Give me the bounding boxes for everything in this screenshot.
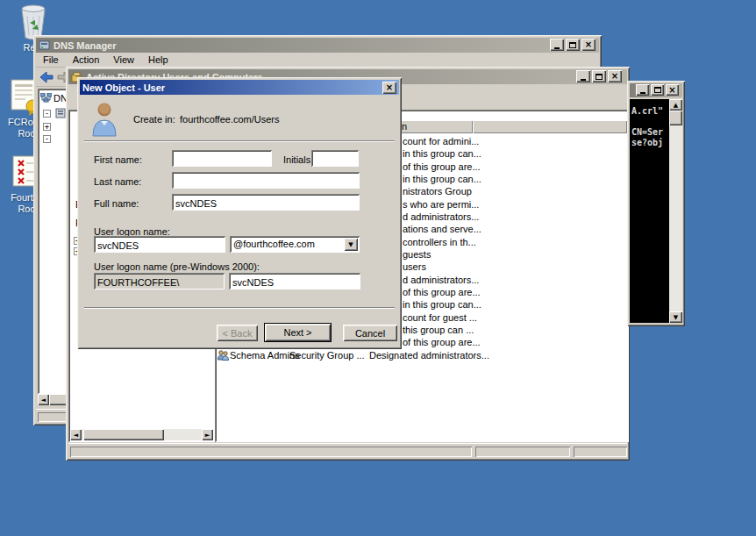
next-button[interactable]: Next > xyxy=(264,323,332,342)
status-cell xyxy=(574,447,627,457)
back-button[interactable]: < Back xyxy=(217,325,258,341)
row-description-fragment: of this group are... xyxy=(403,287,481,297)
ad-window-controls: × xyxy=(576,70,622,82)
tree-collapse-toggle[interactable]: - xyxy=(43,135,51,143)
dns-root-icon xyxy=(40,93,52,103)
scrollbar-thumb[interactable] xyxy=(83,429,164,440)
minimize-button[interactable] xyxy=(550,39,564,51)
dns-titlebar[interactable]: DNS Manager xyxy=(36,38,599,53)
dialog-title: New Object - User xyxy=(82,82,165,93)
row-description-fragment: nistrators Group xyxy=(403,186,472,197)
close-icon[interactable]: × xyxy=(382,82,396,94)
dns-menubar: File Action View Help xyxy=(36,53,599,68)
divider xyxy=(84,307,395,309)
logon-domain-combobox[interactable]: @fourthcoffee.com ▼ xyxy=(230,236,360,253)
dns-app-icon xyxy=(39,39,50,51)
scroll-right-arrow[interactable]: ► xyxy=(202,429,213,440)
list-row-schema-admins[interactable]: Schema Admins Security Group ... Designa… xyxy=(215,350,629,362)
initials-field[interactable] xyxy=(311,150,359,167)
row-description-fragment: users xyxy=(403,261,426,272)
server-icon xyxy=(55,108,66,118)
last-name-label: Last name: xyxy=(94,176,141,187)
scroll-down-arrow[interactable]: ▼ xyxy=(669,311,682,323)
scroll-left-arrow[interactable]: ◄ xyxy=(38,394,49,405)
pre-windows-2000-label: User logon name (pre-Windows 2000): xyxy=(94,261,260,272)
dialog-titlebar[interactable]: New Object - User xyxy=(80,80,399,95)
divider xyxy=(84,140,395,142)
close-button[interactable]: × xyxy=(581,39,596,51)
row-description-fragment: s who are permi... xyxy=(403,199,479,210)
scrollbar-thumb[interactable] xyxy=(669,111,682,125)
row-description-fragment: count for guest ... xyxy=(403,312,477,323)
dns-window-controls: × xyxy=(550,39,596,51)
close-button[interactable]: × xyxy=(608,70,622,82)
initials-label: Initials: xyxy=(283,154,313,165)
row-description: Designated administrators... xyxy=(369,350,489,361)
tree-collapse-toggle[interactable]: - xyxy=(43,110,51,118)
chevron-down-icon: ▼ xyxy=(348,241,353,248)
pre2000-domain-field[interactable] xyxy=(94,273,225,289)
console-vertical-scrollbar[interactable]: ▲ ▼ xyxy=(669,99,682,323)
maximize-button[interactable] xyxy=(592,70,606,82)
create-in-value: fourthcoffee.com/Users xyxy=(180,114,280,125)
last-name-field[interactable] xyxy=(172,172,360,189)
row-description-fragment: ations and serve... xyxy=(403,224,481,234)
create-in-label: Create in: xyxy=(133,114,175,125)
pre2000-logon-field[interactable] xyxy=(229,273,360,289)
row-description-fragment: of this group are... xyxy=(403,337,481,347)
console-line: CN=Ser xyxy=(631,127,663,138)
row-description-fragment: in this group can... xyxy=(403,174,481,184)
row-description-fragment: count for admini... xyxy=(403,136,479,147)
console-output: A.crl" CN=Ser se?obj ▲ ▼ xyxy=(630,99,682,323)
console-window-controls: × xyxy=(636,84,679,96)
console-window: × A.crl" CN=Ser se?obj ▲ ▼ xyxy=(627,81,685,326)
security-group-icon xyxy=(218,350,229,361)
row-description-fragment: of this group are... xyxy=(403,161,481,172)
full-name-label: Full name: xyxy=(94,198,139,209)
maximize-button[interactable] xyxy=(651,84,664,96)
menu-view[interactable]: View xyxy=(106,53,141,67)
row-description-fragment: this group can ... xyxy=(403,325,474,335)
close-button[interactable]: × xyxy=(666,84,679,96)
cancel-button[interactable]: Cancel xyxy=(343,325,397,341)
ad-tree-horizontal-scrollbar[interactable]: ◄ ► xyxy=(70,429,213,440)
first-name-field[interactable] xyxy=(172,150,272,167)
combobox-dropdown-button[interactable]: ▼ xyxy=(344,238,358,251)
console-line: A.crl" xyxy=(631,106,663,117)
row-description-fragment: d administrators... xyxy=(403,275,479,285)
row-description-fragment: in this group can... xyxy=(403,299,481,310)
dialog-window-controls: × xyxy=(382,82,396,94)
row-description-fragment: d administrators... xyxy=(403,211,479,222)
status-cell xyxy=(70,447,472,457)
column-header-empty[interactable] xyxy=(473,120,627,133)
first-name-label: First name: xyxy=(94,154,142,165)
menu-help[interactable]: Help xyxy=(141,53,175,67)
scroll-up-arrow[interactable]: ▲ xyxy=(669,99,682,111)
minimize-button[interactable] xyxy=(636,84,649,96)
row-description-fragment: guests xyxy=(403,249,431,260)
back-arrow-icon[interactable] xyxy=(39,71,53,83)
row-type: Security Group ... xyxy=(289,350,365,361)
scroll-left-arrow[interactable]: ◄ xyxy=(70,429,82,440)
minimize-button[interactable] xyxy=(576,70,590,82)
status-cell xyxy=(475,447,570,457)
logon-domain-value: @fourthcoffee.com xyxy=(233,239,315,249)
dns-window-title: DNS Manager xyxy=(53,40,117,51)
tree-expand-toggle[interactable]: + xyxy=(43,123,51,131)
menu-file[interactable]: File xyxy=(36,53,66,67)
user-logon-name-field[interactable] xyxy=(94,236,225,253)
user-icon xyxy=(91,102,121,137)
new-object-user-dialog: New Object - User × Create in: fourthcof… xyxy=(77,77,402,349)
column-header-fragment: n xyxy=(402,121,407,132)
ad-statusbar xyxy=(68,443,627,457)
console-line: se?obj xyxy=(631,138,663,148)
full-name-field[interactable] xyxy=(172,194,360,211)
menu-action[interactable]: Action xyxy=(66,53,107,67)
maximize-button[interactable] xyxy=(566,39,580,51)
row-description-fragment: in this group can... xyxy=(403,148,481,159)
row-description-fragment: controllers in th... xyxy=(403,237,476,247)
